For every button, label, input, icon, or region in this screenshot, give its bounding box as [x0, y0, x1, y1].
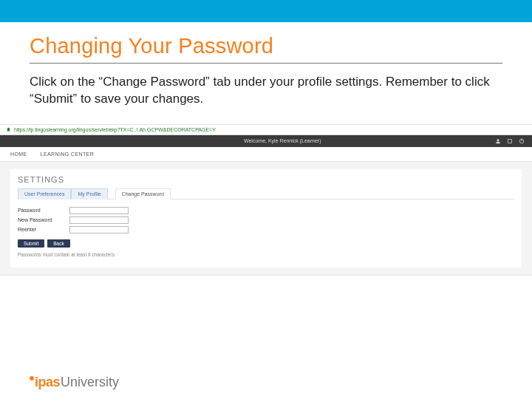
svg-rect-1	[508, 139, 512, 143]
lock-icon	[6, 127, 11, 132]
logo-suffix: University	[61, 375, 119, 390]
nav-learning-center[interactable]: LEARNING CENTER	[41, 151, 95, 157]
svg-point-0	[497, 139, 499, 141]
settings-tabs: User Preferences My Profile Change Passw…	[18, 188, 514, 200]
row-new-password: New Password	[18, 216, 514, 224]
tab-user-preferences[interactable]: User Preferences	[18, 188, 71, 200]
embedded-screenshot: https://lp.lingoslearning.org/lingos/ser…	[0, 124, 532, 276]
logo-brand: ipas	[35, 375, 60, 390]
title-rule	[30, 63, 502, 64]
tab-change-password[interactable]: Change Password	[115, 188, 171, 200]
browser-address-bar: https://lp.lingoslearning.org/lingos/ser…	[0, 125, 532, 135]
slide-accent-bar	[0, 0, 532, 22]
input-new-password[interactable]	[69, 216, 129, 224]
slide-content: Changing Your Password Click on the “Cha…	[0, 22, 532, 108]
top-bar-icons	[495, 138, 525, 144]
slide-title: Changing Your Password	[30, 34, 502, 58]
welcome-text: Welcome, Kyle Rennick (Learner)	[244, 138, 321, 143]
url-text: https://lp.lingoslearning.org/lingos/ser…	[14, 127, 216, 132]
row-reenter: Reenter	[18, 226, 514, 233]
input-reenter[interactable]	[69, 226, 129, 233]
settings-icon[interactable]	[507, 138, 513, 144]
app-top-bar: Welcome, Kyle Rennick (Learner)	[0, 135, 532, 147]
password-hint: Passwords must contain at least 8 charac…	[18, 252, 514, 257]
tab-my-profile[interactable]: My Profile	[71, 188, 107, 200]
nav-home[interactable]: HOME	[10, 151, 27, 157]
settings-panel: SETTINGS User Preferences My Profile Cha…	[10, 169, 522, 267]
footer-logo: ipas University	[30, 375, 119, 390]
settings-heading: SETTINGS	[18, 175, 514, 184]
submit-button[interactable]: Submit	[18, 239, 44, 248]
label-password: Password	[18, 208, 69, 213]
input-password[interactable]	[69, 207, 129, 214]
slide-body: Click on the “Change Password” tab under…	[30, 74, 502, 108]
back-button[interactable]: Back	[47, 239, 69, 248]
logo-dot-icon	[30, 376, 34, 381]
logout-icon[interactable]	[519, 138, 525, 144]
main-nav: HOME LEARNING CENTER	[0, 147, 532, 162]
label-new-password: New Password	[18, 217, 69, 222]
row-password: Password	[18, 207, 514, 214]
user-icon[interactable]	[495, 138, 501, 144]
button-row: Submit Back	[18, 239, 514, 248]
label-reenter: Reenter	[18, 227, 69, 232]
